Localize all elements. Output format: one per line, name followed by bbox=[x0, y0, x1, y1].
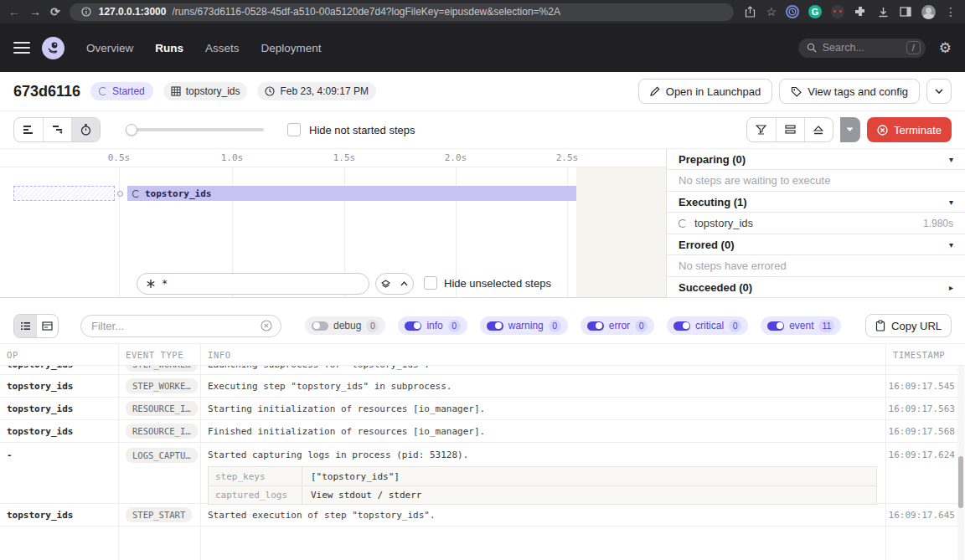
back-icon[interactable]: ← bbox=[8, 6, 20, 18]
view-stdout-stderr-link[interactable]: View stdout / stderr bbox=[302, 490, 421, 501]
run-id: 673d6116 bbox=[13, 83, 80, 100]
caret-down-icon: ▾ bbox=[949, 198, 953, 207]
axis-tick: 0.5s bbox=[108, 152, 131, 163]
caret-up-icon[interactable] bbox=[395, 281, 413, 286]
executing-title: Executing (1) bbox=[679, 196, 747, 208]
log-row[interactable]: topstory_ids RESOURCE_INIT_STARTED Start… bbox=[0, 398, 965, 420]
clear-filter-icon[interactable] bbox=[261, 320, 272, 331]
step-selector-input[interactable] bbox=[162, 278, 360, 290]
executing-step-row[interactable]: topstory_ids 1.980s bbox=[667, 213, 965, 234]
nav-item-deployment[interactable]: Deployment bbox=[261, 42, 322, 54]
settings-gear-icon[interactable]: ⚙ bbox=[939, 41, 952, 55]
dark-extension-icon[interactable] bbox=[831, 5, 844, 18]
gantt-step-bar[interactable]: topstory_ids bbox=[127, 186, 576, 201]
bookmark-star-icon[interactable]: ☆ bbox=[766, 6, 777, 18]
log-row[interactable]: topstory_ids STEP_WORKER_STARTED Executi… bbox=[0, 375, 965, 398]
tag-icon bbox=[791, 86, 802, 97]
filter-collapse-button[interactable] bbox=[747, 118, 776, 141]
level-toggle-critical[interactable]: critical 0 bbox=[667, 316, 748, 335]
succeeded-section-header[interactable]: Succeeded (0) ▸ bbox=[667, 277, 965, 298]
page-info-icon[interactable] bbox=[80, 5, 93, 18]
event-log-table: OP EVENT TYPE INFO TIMESTAMP topstory_id… bbox=[0, 343, 965, 560]
event-type-pill: STEP_WORKER_STARTING bbox=[126, 366, 198, 372]
nav-item-overview[interactable]: Overview bbox=[86, 42, 133, 54]
download-icon[interactable] bbox=[876, 5, 890, 18]
errored-title: Errored (0) bbox=[679, 239, 734, 251]
log-timestamp: 16:09:17.645 bbox=[886, 504, 965, 526]
structured-view-button[interactable] bbox=[36, 315, 58, 337]
zoom-slider[interactable] bbox=[126, 118, 264, 141]
hamburger-menu-icon[interactable] bbox=[13, 42, 30, 54]
extension-clock-icon[interactable] bbox=[786, 5, 799, 18]
log-table-header: OP EVENT TYPE INFO TIMESTAMP bbox=[0, 344, 965, 366]
list-view-button[interactable] bbox=[14, 315, 36, 337]
level-count-badge: 0 bbox=[366, 320, 379, 332]
executing-section-header[interactable]: Executing (1) ▾ bbox=[667, 192, 965, 213]
global-search[interactable]: Search... / bbox=[798, 39, 926, 58]
chevron-down-icon bbox=[935, 89, 943, 94]
log-info: Starting initialization of resources [io… bbox=[201, 398, 886, 419]
sidebar-toggle-icon[interactable] bbox=[899, 5, 912, 18]
nav-item-runs[interactable]: Runs bbox=[155, 42, 183, 54]
terminate-button[interactable]: Terminate bbox=[867, 117, 952, 142]
log-toolbar: debug 0 info 0 warning 0 error 0 critica… bbox=[0, 308, 965, 343]
log-row[interactable]: topstory_ids STEP_START Started executio… bbox=[0, 504, 965, 527]
more-actions-button[interactable] bbox=[926, 79, 952, 104]
run-toolbar: Hide not started steps bbox=[0, 111, 965, 149]
split-view-button[interactable] bbox=[776, 118, 804, 141]
run-body: 0.5s 1.0s 1.5s 2.0s 2.5s topstory_ids bbox=[0, 149, 965, 298]
browser-menu-icon[interactable]: ⋮ bbox=[945, 6, 957, 18]
browser-chrome: ← → ⟳ 127.0.0.1:3000 /runs/673d6116-0528… bbox=[0, 0, 965, 23]
log-row-clipped[interactable]: topstory_ids STEP_WORKER_STARTING Launch… bbox=[0, 366, 965, 375]
url-bar[interactable]: 127.0.0.1:3000 /runs/673d6116-0528-45df-… bbox=[70, 3, 735, 21]
log-row[interactable]: topstory_ids RESOURCE_INIT_SUCCESS Finis… bbox=[0, 420, 965, 443]
dagster-logo[interactable] bbox=[42, 37, 65, 59]
level-toggle-info[interactable]: info 0 bbox=[398, 316, 467, 335]
grammarly-extension-icon[interactable]: G bbox=[808, 5, 822, 18]
log-timestamp: 16:09:17.624 bbox=[886, 443, 965, 503]
log-filter-input[interactable] bbox=[91, 320, 255, 332]
forward-icon[interactable]: → bbox=[29, 6, 41, 18]
waterfall-view-button[interactable] bbox=[43, 118, 71, 141]
url-path: /runs/673d6116-0528-45df-a510-00a5120de7… bbox=[172, 6, 560, 18]
gantt-chart: 0.5s 1.0s 1.5s 2.0s 2.5s topstory_ids bbox=[0, 149, 666, 297]
metadata-row: step_keys ["topstory_ids"] bbox=[209, 467, 876, 486]
profile-avatar[interactable] bbox=[921, 5, 936, 19]
layers-icon[interactable] bbox=[376, 280, 395, 289]
structured-view-icon bbox=[42, 321, 53, 331]
log-view-mode-group bbox=[13, 314, 59, 338]
nav-item-assets[interactable]: Assets bbox=[205, 42, 240, 54]
run-time-tag: Feb 23, 4:09:17 PM bbox=[257, 82, 375, 100]
share-icon[interactable] bbox=[743, 5, 756, 18]
event-type-pill: STEP_START bbox=[126, 507, 192, 522]
copy-url-button[interactable]: Copy URL bbox=[865, 314, 952, 337]
rows-icon bbox=[785, 125, 796, 135]
level-toggle-warning[interactable]: warning 0 bbox=[480, 316, 568, 335]
hide-unselected-checkbox[interactable] bbox=[424, 276, 437, 290]
hide-not-started-checkbox[interactable] bbox=[287, 123, 301, 136]
log-info: Started capturing logs in process (pid: … bbox=[208, 450, 877, 460]
job-grid-icon bbox=[171, 86, 181, 96]
reexecute-caret-button[interactable] bbox=[840, 117, 860, 142]
duration-view-button[interactable] bbox=[71, 118, 100, 141]
level-toggle-debug[interactable]: debug 0 bbox=[305, 316, 385, 335]
refresh-icon[interactable]: ⟳ bbox=[50, 6, 60, 18]
eject-panel-button[interactable] bbox=[804, 118, 833, 141]
level-toggle-event[interactable]: event 11 bbox=[761, 316, 841, 335]
preparing-section-header[interactable]: Preparing (0) ▾ bbox=[667, 149, 965, 170]
job-tag[interactable]: topstory_ids bbox=[163, 82, 248, 100]
url-host: 127.0.0.1:3000 bbox=[99, 6, 167, 18]
zoom-slider-knob[interactable] bbox=[126, 124, 137, 136]
open-in-launchpad-button[interactable]: Open in Launchpad bbox=[638, 79, 772, 104]
errored-section-header[interactable]: Errored (0) ▾ bbox=[667, 234, 965, 255]
flat-view-button[interactable] bbox=[14, 118, 43, 141]
level-toggle-error[interactable]: error 0 bbox=[581, 316, 654, 335]
puzzle-extensions-icon[interactable] bbox=[854, 5, 867, 18]
level-count-badge: 0 bbox=[635, 320, 648, 332]
log-info: Started execution of step "topstory_ids"… bbox=[201, 504, 886, 526]
view-tags-config-button[interactable]: View tags and config bbox=[779, 79, 920, 104]
log-scrollbar-thumb[interactable] bbox=[958, 456, 963, 508]
log-row-logs-captured[interactable]: - LOGS_CAPTURED Started capturing logs i… bbox=[0, 443, 965, 504]
zoom-slider-track bbox=[132, 128, 264, 131]
run-header: 673d6116 Started topstory_ids Feb 23, 4:… bbox=[0, 72, 965, 111]
